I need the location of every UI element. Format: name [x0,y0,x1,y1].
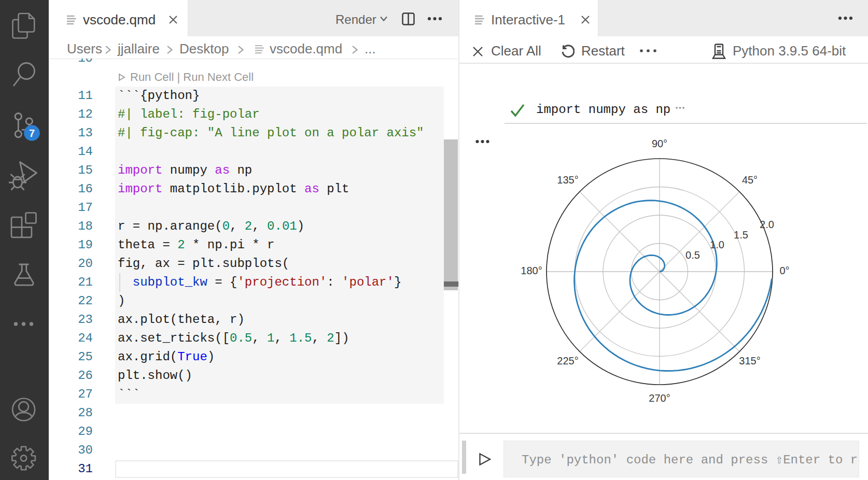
svg-text:1.0: 1.0 [710,239,724,250]
svg-text:1.5: 1.5 [734,229,748,241]
svg-text:135°: 135° [557,174,578,186]
svg-text:0°: 0° [779,265,789,276]
svg-text:7: 7 [29,128,35,139]
svg-text:45°: 45° [742,174,758,186]
svg-text:90°: 90° [652,138,667,149]
svg-text:180°: 180° [521,265,542,276]
svg-text:225°: 225° [557,355,578,366]
svg-text:270°: 270° [649,392,670,404]
svg-text:2.0: 2.0 [760,219,774,230]
svg-text:315°: 315° [739,355,760,366]
svg-text:0.5: 0.5 [685,249,700,261]
